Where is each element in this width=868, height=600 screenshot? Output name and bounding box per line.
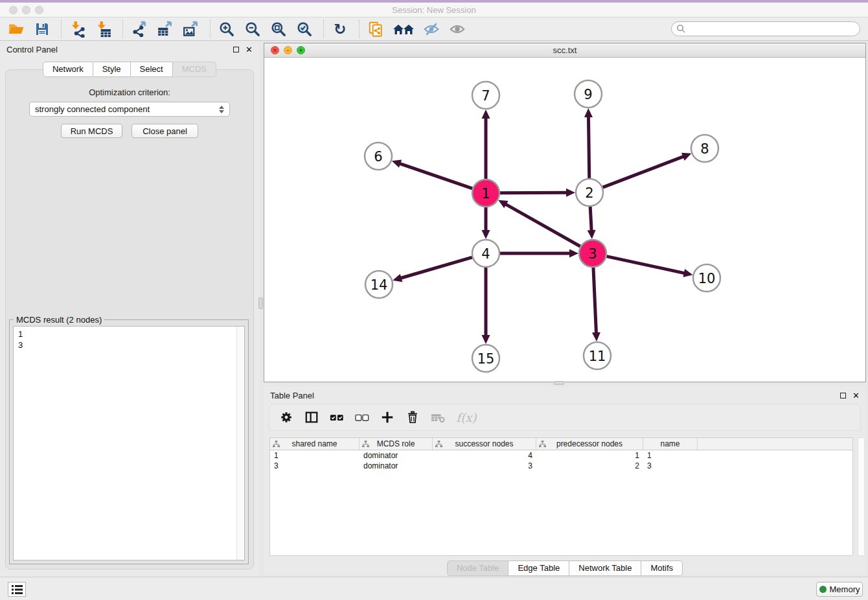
apply-layout-icon[interactable]: ↻ <box>330 20 350 38</box>
graph-edge[interactable] <box>505 204 580 247</box>
zoom-selected-icon[interactable] <box>295 20 314 38</box>
graph-edge-arrowhead <box>482 230 490 239</box>
close-panel-icon[interactable]: ✕ <box>246 45 253 54</box>
hierarchy-icon <box>435 441 442 448</box>
optimization-criterion-label: Optimization criterion: <box>0 87 259 97</box>
table-panel-header: Table Panel ✕ <box>264 387 866 404</box>
network-window-titlebar[interactable]: ✕ − + scc.txt <box>264 43 865 58</box>
graph-edge[interactable] <box>603 156 685 187</box>
tab-network-table[interactable]: Network Table <box>569 560 641 576</box>
show-all-icon <box>448 20 467 38</box>
graph-node-label: 11 <box>589 349 606 364</box>
zoom-fit-icon[interactable] <box>269 20 288 38</box>
search-icon <box>676 24 686 34</box>
add-column-icon[interactable] <box>380 410 395 425</box>
graph-node-label: 1 <box>481 186 490 202</box>
criterion-select[interactable]: strongly connected component <box>29 102 230 117</box>
graph-edge-arrowhead <box>569 249 578 258</box>
column-header-successor-nodes[interactable]: successor nodes <box>433 438 536 450</box>
close-table-panel-icon[interactable]: ✕ <box>852 391 860 400</box>
network-canvas[interactable]: 7968124314101511 <box>264 58 865 382</box>
table-panel: Table Panel ✕ f(x) <box>264 387 866 575</box>
hierarchy-icon <box>273 441 280 448</box>
select-all-rows-icon[interactable] <box>329 410 345 425</box>
graph-edge[interactable] <box>593 268 597 334</box>
table-header-row: shared name MCDS role successor nodes pr… <box>270 438 852 450</box>
table-toolbar: f(x) <box>269 404 861 431</box>
status-bar: Memory <box>0 577 868 600</box>
graph-node-label: 15 <box>477 351 495 367</box>
deselect-all-rows-icon[interactable] <box>354 410 370 425</box>
select-stepper-icon <box>219 106 224 113</box>
graph-node-label: 2 <box>585 185 593 201</box>
function-builder-icon: f(x) <box>455 410 477 425</box>
graph-node-label: 9 <box>584 87 592 102</box>
export-image-icon[interactable] <box>181 20 201 38</box>
graph-edge-arrowhead <box>392 160 402 168</box>
table-row[interactable]: 3 dominator 3 2 3 <box>270 461 852 471</box>
tab-mcds[interactable]: MCDS <box>173 62 216 77</box>
tab-node-table[interactable]: Node Table <box>447 560 509 576</box>
close-panel-button[interactable]: Close panel <box>131 124 198 138</box>
import-table-icon[interactable] <box>94 20 113 38</box>
graph-edge-arrowhead <box>592 332 600 341</box>
vertical-splitter-handle[interactable] <box>258 297 263 309</box>
run-mcds-button[interactable]: Run MCDS <box>61 124 122 138</box>
graph-edge-arrowhead <box>393 274 402 282</box>
graph-node-label: 3 <box>588 246 597 262</box>
control-panel-header: Control Panel ✕ <box>0 41 259 58</box>
graph-edge[interactable] <box>588 116 589 178</box>
tab-motifs[interactable]: Motifs <box>641 560 683 576</box>
graph-edge-arrowhead <box>588 230 596 239</box>
save-session-icon[interactable] <box>32 20 52 38</box>
list-icon <box>12 585 23 594</box>
column-header-name[interactable]: name <box>643 438 698 450</box>
duplicate-network-icon[interactable] <box>366 20 385 38</box>
graph-edge[interactable] <box>607 257 685 273</box>
float-panel-icon[interactable] <box>233 47 239 52</box>
toolbar-separator <box>61 20 62 38</box>
first-neighbors-icon[interactable] <box>392 20 415 38</box>
zoom-out-icon[interactable] <box>243 20 262 38</box>
tab-style[interactable]: Style <box>93 62 131 77</box>
export-table-icon[interactable] <box>155 20 175 38</box>
export-network-icon[interactable] <box>130 20 149 38</box>
memory-button[interactable]: Memory <box>816 582 863 597</box>
table-row[interactable]: 1 dominator 4 1 1 <box>270 450 852 461</box>
search-input[interactable] <box>686 23 860 35</box>
column-header-shared-name[interactable]: shared name <box>270 438 360 450</box>
memory-label: Memory <box>830 584 860 594</box>
graph-node-label: 14 <box>371 277 388 293</box>
column-layout-icon[interactable] <box>304 410 319 425</box>
graph-edge[interactable] <box>400 257 472 278</box>
graph-edge[interactable] <box>590 207 591 231</box>
mcds-result-title: MCDS result (2 nodes) <box>14 315 104 325</box>
tab-edge-table[interactable]: Edge Table <box>508 560 569 576</box>
tab-network[interactable]: Network <box>43 62 93 77</box>
horizontal-splitter-handle[interactable] <box>554 381 564 385</box>
toolbar-separator <box>122 20 123 38</box>
zoom-in-icon[interactable] <box>217 20 236 38</box>
column-header-predecessor-nodes[interactable]: predecessor nodes <box>536 438 643 450</box>
open-session-icon[interactable] <box>6 20 26 38</box>
table-settings-icon[interactable] <box>279 410 294 425</box>
graph-edge[interactable] <box>500 192 567 193</box>
node-table[interactable]: shared name MCDS role successor nodes pr… <box>269 437 853 556</box>
network-window-title: scc.txt <box>264 45 865 55</box>
import-network-icon[interactable] <box>68 20 87 38</box>
table-panel-title: Table Panel <box>270 391 314 400</box>
toolbar-separator <box>359 20 360 38</box>
delete-column-icon[interactable] <box>405 410 420 425</box>
column-header-mcds-role[interactable]: MCDS role <box>360 438 433 450</box>
memory-status-icon <box>819 586 827 593</box>
show-panel-list-button[interactable] <box>8 582 26 597</box>
tab-select[interactable]: Select <box>131 62 173 77</box>
mcds-result-box[interactable]: 1 3 <box>13 326 245 560</box>
float-table-panel-icon[interactable] <box>840 393 846 398</box>
graph-edge[interactable] <box>399 163 472 189</box>
search-field[interactable] <box>671 21 860 36</box>
table-tabgroup: Node Table Edge Table Network Table Moti… <box>447 560 683 576</box>
table-scrollbar[interactable] <box>858 437 865 556</box>
result-scrollbar[interactable] <box>236 327 244 560</box>
hide-selected-icon[interactable] <box>422 20 441 38</box>
